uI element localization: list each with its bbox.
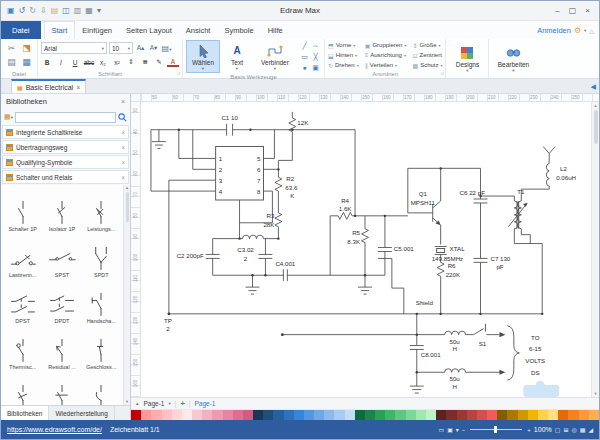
document-close-icon[interactable]: × [76, 84, 80, 91]
font-button-1[interactable]: I [55, 56, 67, 68]
library-close-icon[interactable]: × [121, 174, 125, 181]
shape-tool-2[interactable]: ▭ [301, 53, 308, 60]
output-brace[interactable]: TO 6-15 VOLTS DS [507, 326, 545, 380]
zoom-in-icon[interactable]: + [527, 427, 531, 433]
component-c7[interactable]: C7 130 pF [474, 203, 511, 314]
circuit-diagram[interactable]: C1 10 12K 1 2 3 4 5 [141, 102, 591, 397]
canvas-scroll-down-icon[interactable]: ▼ [594, 390, 598, 397]
color-swatch-43[interactable] [568, 410, 578, 420]
color-swatch-30[interactable] [436, 410, 446, 420]
canvas-scroll-thumb[interactable] [594, 110, 598, 144]
symbol-dpdt[interactable]: DPDT [42, 279, 81, 325]
component-r5[interactable]: R5 8.3K [347, 216, 368, 275]
add-page-button[interactable]: + [180, 399, 184, 408]
output-arrows[interactable] [491, 332, 505, 375]
search-input[interactable] [15, 112, 116, 123]
symbol-handschalter[interactable]: Handscha... [82, 279, 121, 325]
component-r2[interactable]: R2 63.6 K [275, 175, 298, 213]
collapse-ribbon-icon[interactable]: △ [589, 27, 594, 34]
panel-close-icon[interactable]: × [121, 98, 125, 105]
document-tab[interactable]: ▦ Basic Electrical × [11, 79, 86, 93]
font-button-6[interactable]: ⇕ [125, 56, 137, 68]
shape-tool-1[interactable]: ∼ [313, 42, 319, 49]
color-swatch-4[interactable] [172, 410, 182, 420]
library-menu-icon[interactable]: ▦▾ [4, 113, 13, 121]
wires[interactable] [151, 130, 542, 373]
gear-caret-icon[interactable]: ▾ [584, 28, 586, 33]
color-swatch-25[interactable] [385, 410, 395, 420]
canvas-scroll-up-icon[interactable]: ▲ [594, 102, 598, 109]
component-l2-antenna[interactable]: L2 0.06uH [543, 147, 576, 187]
tab-datei[interactable]: Datei [1, 21, 41, 39]
font-button-8[interactable]: ✎ [153, 56, 165, 68]
tab-symbole[interactable]: Symbole [217, 21, 260, 39]
symbol-residual[interactable]: Residual ... [42, 325, 81, 371]
close-button[interactable]: × [580, 2, 595, 20]
cut-icon[interactable]: ✂ [8, 44, 16, 53]
library-item-2[interactable]: Qualifying-Symbole× [2, 155, 129, 169]
fit-page-icon[interactable]: ▢ [555, 427, 561, 433]
color-swatch-38[interactable] [518, 410, 528, 420]
component-c8[interactable]: C8.001 [410, 314, 441, 386]
color-swatch-33[interactable] [467, 410, 477, 420]
minimize-button[interactable]: – [550, 2, 565, 20]
font-button-4[interactable]: x₂ [97, 56, 109, 68]
component-r4[interactable]: R4 1.6K [338, 197, 352, 219]
color-swatch-29[interactable] [426, 410, 436, 420]
color-swatch-26[interactable] [395, 410, 405, 420]
component-c6[interactable]: C6 22 pF [460, 168, 488, 203]
component-c1[interactable]: C1 10 [221, 114, 238, 136]
arrange-vorne[interactable]: ⬒Vorne▾ [328, 42, 359, 49]
page-view-icon[interactable]: ▣ [447, 427, 453, 433]
color-swatch-28[interactable] [416, 410, 426, 420]
color-swatch-1[interactable] [141, 410, 151, 420]
tab-einfügen[interactable]: Einfügen [75, 21, 119, 39]
shape-tool-3[interactable]: ╳ [313, 53, 317, 60]
zoom-level[interactable]: 100% [534, 426, 552, 433]
shape-tool-4[interactable]: ● [302, 64, 306, 71]
page-nav-caret-icon[interactable]: ▾ [168, 401, 170, 406]
arrange-hinten[interactable]: ⬓Hinten▾ [328, 52, 359, 59]
color-swatch-17[interactable] [304, 410, 314, 420]
edrawsoft-link[interactable]: https://www.edrawsoft.com/de/ [7, 426, 102, 433]
component-l4-coil[interactable]: 50u H [445, 331, 466, 352]
color-swatch-16[interactable] [294, 410, 304, 420]
color-swatch-37[interactable] [507, 410, 517, 420]
font-button-7[interactable]: ≣ [139, 56, 151, 68]
color-swatch-35[interactable] [487, 410, 497, 420]
tab-bibliotheken[interactable]: Bibliotheken [1, 406, 49, 420]
arrange-drehen[interactable]: ↻Drehen▾ [328, 62, 359, 69]
color-swatch-2[interactable] [151, 410, 161, 420]
color-swatch-34[interactable] [477, 410, 487, 420]
color-swatch-21[interactable] [345, 410, 355, 420]
resize-grip[interactable]: ◢ [588, 426, 593, 433]
increase-font-icon[interactable]: A▴ [135, 44, 146, 52]
page-tab-page-1[interactable]: Page-1 [195, 400, 216, 407]
shield-outline[interactable]: Shield [378, 258, 434, 313]
color-swatch-10[interactable] [233, 410, 243, 420]
color-swatch-5[interactable] [182, 410, 192, 420]
component-c4[interactable]: C4.001 [275, 260, 295, 281]
color-swatch-3[interactable] [162, 410, 172, 420]
reading-view-icon[interactable]: ▾ [456, 427, 459, 433]
color-swatch-6[interactable] [192, 410, 202, 420]
color-swatch-23[interactable] [365, 410, 375, 420]
symbol-schalter-1p[interactable]: Schalter 1P [3, 187, 42, 233]
component-r3[interactable]: R3 28K [263, 212, 281, 239]
symbol-dpst[interactable]: DPST [3, 279, 42, 325]
color-swatch-27[interactable] [406, 410, 416, 420]
redo-icon[interactable]: ↻ [29, 7, 36, 15]
normal-view-icon[interactable]: ▭ [438, 427, 444, 433]
symbol-thermisch[interactable]: Thermisc... [3, 325, 42, 371]
pagebar-collapse-icon[interactable]: ▲ [135, 401, 139, 406]
font-button-3[interactable]: abc [83, 56, 95, 68]
symbol-schutzschalter[interactable]: Schutzsch... [3, 371, 42, 405]
tab-seiten-layout[interactable]: Seiten Layout [119, 21, 179, 39]
tab-start[interactable]: Start [44, 21, 76, 39]
edit-button[interactable]: Bearbeiten▾ [492, 40, 534, 78]
tab-hilfe[interactable]: Hilfe [261, 21, 290, 39]
gear-icon[interactable]: ⚙ [574, 26, 581, 35]
color-swatch-22[interactable] [355, 410, 365, 420]
color-swatch-18[interactable] [314, 410, 324, 420]
panel-toggle-arrow-icon[interactable]: ◀ [591, 80, 596, 93]
